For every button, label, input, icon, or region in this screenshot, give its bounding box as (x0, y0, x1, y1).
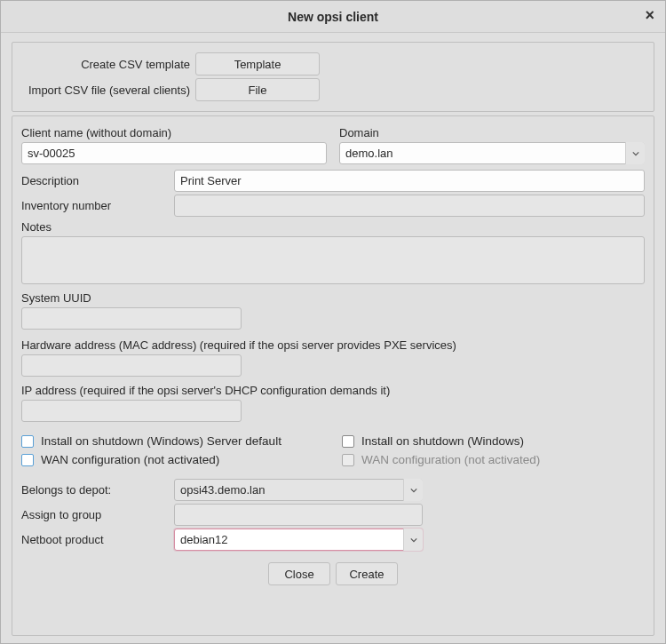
group-label: Assign to group (21, 508, 169, 521)
wan-label: WAN configuration (not activated) (361, 453, 540, 466)
group-input[interactable] (174, 504, 423, 526)
window-title: New opsi client (288, 10, 378, 24)
netboot-label: Netboot product (21, 533, 169, 546)
wan-default-check-row: WAN configuration (not activated) (21, 453, 324, 466)
notes-label: Notes (21, 220, 645, 234)
wan-default-checkbox[interactable] (21, 454, 34, 466)
form-panel: Client name (without domain) Domain demo… (12, 115, 654, 636)
import-csv-label: Import CSV file (several clients) (21, 83, 190, 97)
create-button[interactable]: Create (336, 562, 398, 585)
wan-checkbox (342, 454, 354, 466)
install-label: Install on shutdown (Windows) (361, 434, 524, 448)
close-icon[interactable]: × (645, 6, 654, 24)
csv-panel: Create CSV template Template Import CSV … (12, 42, 654, 112)
titlebar: New opsi client × (1, 1, 665, 33)
domain-label: Domain (339, 126, 645, 139)
notes-textarea[interactable] (21, 236, 645, 284)
depot-select[interactable]: opsi43.demo.lan (174, 479, 423, 501)
client-name-input[interactable] (21, 142, 327, 164)
install-check-row: Install on shutdown (Windows) (342, 434, 645, 448)
ip-label: IP address (required if the opsi server'… (21, 384, 645, 397)
description-label: Description (21, 174, 169, 187)
uuid-label: System UUID (21, 291, 645, 305)
install-default-check-row: Install on shutdown (Windows) Server def… (21, 434, 324, 448)
install-default-checkbox[interactable] (21, 435, 34, 448)
install-checkbox[interactable] (342, 435, 354, 448)
netboot-value: debian12 (180, 533, 228, 546)
wan-check-row: WAN configuration (not activated) (342, 453, 645, 466)
inventory-input[interactable] (174, 195, 645, 217)
new-opsi-client-dialog: New opsi client × Create CSV template Te… (0, 0, 666, 644)
install-default-label: Install on shutdown (Windows) Server def… (41, 434, 281, 448)
ip-input[interactable] (21, 400, 242, 422)
close-button[interactable]: Close (268, 562, 330, 585)
domain-value: demo.lan (345, 147, 392, 160)
client-name-label: Client name (without domain) (21, 126, 327, 139)
depot-value: opsi43.demo.lan (180, 483, 265, 497)
netboot-select[interactable]: debian12 (174, 529, 423, 551)
description-input[interactable] (174, 170, 645, 192)
dialog-content: Create CSV template Template Import CSV … (1, 33, 665, 643)
mac-input[interactable] (21, 354, 242, 377)
mac-label: Hardware address (MAC address) (required… (21, 338, 645, 352)
dialog-footer: Close Create (21, 553, 645, 589)
depot-label: Belongs to depot: (21, 483, 169, 497)
uuid-input[interactable] (21, 307, 242, 330)
create-csv-label: Create CSV template (21, 58, 190, 71)
template-button[interactable]: Template (195, 52, 320, 76)
file-button[interactable]: File (195, 78, 320, 101)
wan-default-label: WAN configuration (not activated) (41, 453, 219, 466)
domain-select[interactable]: demo.lan (339, 142, 645, 164)
inventory-label: Inventory number (21, 199, 169, 212)
